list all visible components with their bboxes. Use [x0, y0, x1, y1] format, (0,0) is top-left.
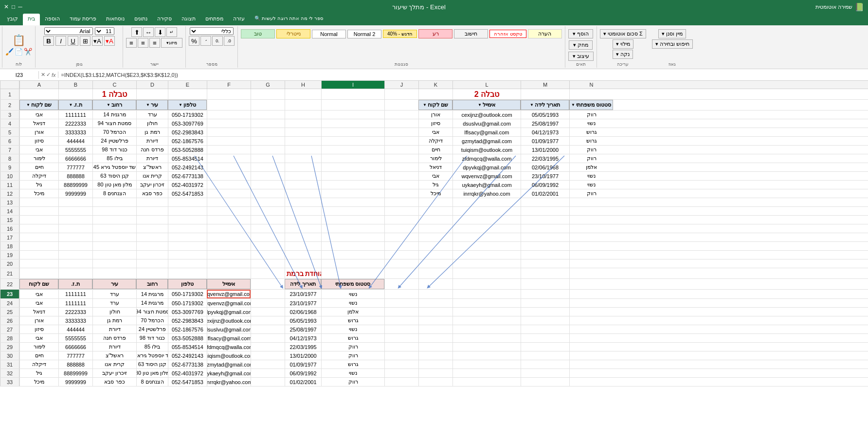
cell-a6[interactable]: סיזון: [19, 137, 58, 145]
cell-d5[interactable]: רמת גן: [136, 128, 168, 136]
cell-e9[interactable]: 052-2492143: [168, 163, 207, 171]
cell-l2[interactable]: אימייל ▼: [452, 100, 521, 110]
fill-color-button[interactable]: A▾: [92, 36, 103, 46]
col-header-m[interactable]: M: [521, 81, 569, 89]
cell-n6[interactable]: גרוש: [569, 137, 613, 145]
cell-e8[interactable]: 055-8534514: [168, 154, 207, 163]
border-button[interactable]: ⊞: [80, 36, 90, 46]
cell-c3[interactable]: מרגנית 14: [92, 111, 136, 119]
cell-i1[interactable]: [321, 89, 384, 99]
align-right-button[interactable]: ≡: [126, 38, 137, 48]
cell-k5[interactable]: אבי: [418, 128, 452, 136]
cell-b23[interactable]: 1111111: [58, 290, 92, 298]
cell-d8[interactable]: דיורת: [136, 154, 168, 163]
cell-g7[interactable]: [251, 146, 285, 154]
paste-button[interactable]: 📋: [12, 34, 25, 47]
cell-h1[interactable]: [285, 89, 321, 99]
tbl3-h-street[interactable]: רחוב: [136, 279, 168, 289]
cell-d9[interactable]: ראשל"צ: [136, 163, 168, 171]
cell-g12[interactable]: [251, 189, 285, 198]
tbl3-h-id[interactable]: ת.ז.: [58, 279, 92, 289]
cell-d11[interactable]: זיכרון יעקב: [136, 181, 168, 189]
cancel-formula-icon[interactable]: ✕: [41, 72, 45, 78]
format-cell-button[interactable]: עיצוב ▾: [568, 52, 594, 61]
cell-g5[interactable]: [251, 128, 285, 136]
cell-j7[interactable]: [384, 146, 418, 154]
cell-a1[interactable]: [19, 89, 58, 99]
tab-review[interactable]: סקירה: [152, 14, 177, 25]
cell-f4[interactable]: [207, 119, 251, 128]
cell-e4[interactable]: 053-3097769: [168, 119, 207, 128]
cell-n3[interactable]: רווק: [569, 111, 613, 119]
cell-n12[interactable]: רווק: [569, 189, 613, 198]
cell-f8[interactable]: [207, 154, 251, 163]
insert-function-icon[interactable]: fx: [52, 72, 56, 78]
cell-i4[interactable]: [321, 119, 384, 128]
fill-button[interactable]: מילוי ▾: [613, 39, 633, 49]
col-header-a[interactable]: A: [19, 81, 58, 89]
cell-h3[interactable]: [285, 111, 321, 119]
cell-f23[interactable]: wqvenvz@gmail.com: [207, 290, 251, 298]
cell-n2[interactable]: סטטוס משפחתי ▼: [569, 100, 613, 110]
tbl3-h-status[interactable]: סטטוס משפחתי: [321, 279, 384, 289]
cell-m4[interactable]: 25/08/1997: [521, 119, 569, 128]
cell-h12[interactable]: [285, 189, 321, 198]
cell-k11[interactable]: גיל: [418, 181, 452, 189]
cell-n8[interactable]: רווק: [569, 154, 613, 163]
cell-i11[interactable]: [321, 181, 384, 189]
cell-c2[interactable]: רחוב ▼: [92, 100, 136, 110]
window-controls[interactable]: ─ □ ✕: [4, 3, 22, 10]
tab-help[interactable]: עזרה: [228, 14, 250, 25]
align-center-button[interactable]: ≡: [138, 38, 148, 48]
cell-e5[interactable]: 052-2983843: [168, 128, 207, 136]
number-format-select[interactable]: כללי: [190, 27, 234, 35]
cell-n4[interactable]: נשוי: [569, 119, 613, 128]
cell-e7[interactable]: 053-5052888: [168, 146, 207, 154]
cell-h4[interactable]: [285, 119, 321, 128]
tab-file[interactable]: קובץ: [2, 14, 23, 25]
tbl3-h-email[interactable]: אימייל: [207, 279, 251, 289]
confirm-formula-icon[interactable]: ✓: [46, 72, 51, 78]
align-top-button[interactable]: ⬆: [131, 27, 142, 37]
tell-me[interactable]: ספר לי מה אתה רוצה לעשות 🔍: [250, 14, 328, 25]
cell-g4[interactable]: [251, 119, 285, 128]
cell-m9[interactable]: 02/06/1968: [521, 163, 569, 171]
cell-a11[interactable]: גיל: [19, 181, 58, 189]
col-header-f[interactable]: F: [207, 81, 251, 89]
bold-button[interactable]: B: [43, 36, 54, 46]
cell-b4[interactable]: 2222333: [58, 119, 92, 128]
decrease-decimal-button[interactable]: 0.: [224, 36, 235, 46]
cell-l1[interactable]: טבלה 2: [452, 89, 521, 99]
cell-e1[interactable]: [168, 89, 207, 99]
cell-h7[interactable]: [285, 146, 321, 154]
col-header-e[interactable]: E: [168, 81, 207, 89]
cell-l7[interactable]: tuiqism@outlook.com: [452, 146, 521, 154]
cell-e23[interactable]: 050-1719302: [168, 290, 207, 298]
cell-e11[interactable]: 052-4031972: [168, 181, 207, 189]
cell-b11[interactable]: 88899999: [58, 181, 92, 189]
cell-f5[interactable]: [207, 128, 251, 136]
cell-m5[interactable]: 04/12/1973: [521, 128, 569, 136]
cell-e6[interactable]: 052-1867576: [168, 137, 207, 145]
cell-i10[interactable]: [321, 172, 384, 180]
cell-l10[interactable]: wqvenvz@gmail.com: [452, 172, 521, 180]
cell-n10[interactable]: נשוי: [569, 172, 613, 180]
cell-g8[interactable]: [251, 154, 285, 163]
cell-g10[interactable]: [251, 172, 285, 180]
cell-i3[interactable]: [321, 111, 384, 119]
cell-f9[interactable]: [207, 163, 251, 171]
cell-a9[interactable]: חיים: [19, 163, 58, 171]
cell-a10[interactable]: דיקלה: [19, 172, 58, 180]
cell-c8[interactable]: בילו 85: [92, 154, 136, 163]
cell-a4[interactable]: דניאל: [19, 119, 58, 128]
cell-f3[interactable]: [207, 111, 251, 119]
cell-f7[interactable]: [207, 146, 251, 154]
font-size-select[interactable]: 11: [95, 27, 114, 35]
cell-b5[interactable]: 3333333: [58, 128, 92, 136]
cell-m1[interactable]: [521, 89, 569, 99]
cell-j11[interactable]: [384, 181, 418, 189]
tab-data[interactable]: נתונים: [129, 14, 152, 25]
cell-b6[interactable]: 444444: [58, 137, 92, 145]
cell-i12[interactable]: [321, 189, 384, 198]
col-header-j[interactable]: J: [384, 81, 418, 89]
